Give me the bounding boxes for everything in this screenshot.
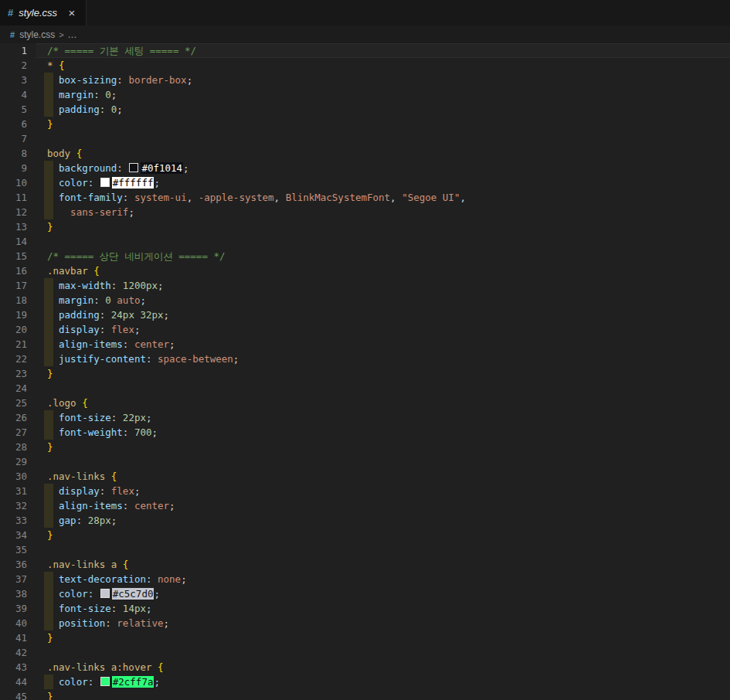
hex-color-value: #2cff7a <box>112 676 154 688</box>
code-token: space-between <box>158 353 233 365</box>
code-token: ; <box>169 338 175 350</box>
code-line[interactable]: 20 display: flex; <box>0 322 730 337</box>
code-line-content: /* ===== 기본 세팅 ===== */ <box>47 43 196 58</box>
code-token: } <box>47 632 53 644</box>
code-token: { <box>59 59 65 71</box>
line-number: 20 <box>0 322 27 337</box>
code-line[interactable]: 26 font-size: 22px; <box>0 410 730 425</box>
code-line[interactable]: 27 font-weight: 700; <box>0 425 730 440</box>
close-tab-icon[interactable]: × <box>66 7 78 19</box>
code-line[interactable]: 38 color: #c5c7d0; <box>0 586 730 601</box>
code-token: ; <box>134 324 141 335</box>
line-number: 29 <box>0 454 27 469</box>
code-line[interactable]: 45} <box>0 689 730 700</box>
code-line[interactable]: 11 font-family: system-ui, -apple-system… <box>0 190 730 205</box>
code-token <box>47 426 59 438</box>
code-token: align-items <box>59 338 123 350</box>
code-line[interactable]: 41} <box>0 630 730 645</box>
code-token: : <box>117 74 128 86</box>
code-line[interactable]: 23} <box>0 366 730 381</box>
code-line[interactable]: 14 <box>0 234 730 249</box>
color-swatch-icon[interactable] <box>100 589 110 598</box>
breadcrumb: # style.css > … <box>0 25 730 43</box>
code-token: ; <box>154 177 160 189</box>
code-line[interactable]: 36.nav-links a { <box>0 557 730 572</box>
line-number: 7 <box>0 131 27 146</box>
code-token: ; <box>169 500 175 511</box>
code-line[interactable]: 12 sans-serif; <box>0 205 730 219</box>
code-line[interactable]: 18 margin: 0 auto; <box>0 293 730 308</box>
code-token: : <box>105 617 117 629</box>
code-token: : <box>117 162 128 174</box>
code-line-content: justify-content: space-between; <box>47 352 239 366</box>
code-token <box>47 324 59 335</box>
code-line[interactable]: 32 align-items: center; <box>0 498 730 513</box>
code-line[interactable]: 16.navbar { <box>0 263 730 278</box>
color-swatch-icon[interactable] <box>100 677 110 686</box>
code-editor[interactable]: 1/* ===== 기본 세팅 ===== */2* {3 box-sizing… <box>0 43 730 700</box>
code-line[interactable]: 10 color: #ffffff; <box>0 175 730 190</box>
line-number: 32 <box>0 498 27 513</box>
code-token: ; <box>164 617 170 629</box>
code-line[interactable]: 2* { <box>0 58 730 73</box>
code-token: text-decoration <box>59 573 146 585</box>
line-number: 30 <box>0 469 27 484</box>
code-token: /* ===== 상단 네비게이션 ===== */ <box>47 250 226 262</box>
code-line[interactable]: 9 background: #0f1014; <box>0 161 730 175</box>
line-number: 28 <box>0 440 27 454</box>
code-line[interactable]: 19 padding: 24px 32px; <box>0 308 730 322</box>
code-token <box>105 661 111 673</box>
line-number: 14 <box>0 234 27 249</box>
code-line[interactable]: 31 display: flex; <box>0 484 730 498</box>
code-token: ; <box>152 426 158 438</box>
code-line[interactable]: 30.nav-links { <box>0 469 730 484</box>
code-line[interactable]: 28} <box>0 440 730 454</box>
code-line[interactable]: 6} <box>0 117 730 131</box>
code-token <box>47 588 59 600</box>
code-line[interactable]: 22 justify-content: space-between; <box>0 352 730 366</box>
code-line[interactable]: 7 <box>0 131 730 146</box>
code-line-content: .logo { <box>47 396 88 410</box>
code-line[interactable]: 42 <box>0 645 730 660</box>
code-line[interactable]: 34} <box>0 528 730 542</box>
code-line[interactable]: 40 position: relative; <box>0 616 730 630</box>
code-token <box>47 603 59 614</box>
code-line[interactable]: 5 padding: 0; <box>0 102 730 117</box>
code-line[interactable]: 25.logo { <box>0 396 730 410</box>
breadcrumb-symbol-ellipsis[interactable]: … <box>68 29 77 40</box>
code-token: margin <box>59 89 93 100</box>
code-line-content: background: #0f1014; <box>47 161 189 175</box>
code-line[interactable]: 39 font-size: 14px; <box>0 601 730 616</box>
code-line-content: align-items: center; <box>47 498 175 513</box>
line-number: 11 <box>0 190 27 205</box>
tab-bar: # style.css × <box>0 0 730 25</box>
code-line[interactable]: 24 <box>0 381 730 396</box>
vscode-editor-window: # style.css × # style.css > … 1/* ===== … <box>0 0 730 700</box>
color-swatch-icon[interactable] <box>129 163 138 172</box>
code-line[interactable]: 4 margin: 0; <box>0 87 730 102</box>
code-line[interactable]: 29 <box>0 454 730 469</box>
code-line[interactable]: 1/* ===== 기본 세팅 ===== */ <box>0 43 730 58</box>
code-line[interactable]: 3 box-sizing: border-box; <box>0 73 730 87</box>
code-line[interactable]: 37 text-decoration: none; <box>0 572 730 586</box>
color-swatch-icon[interactable] <box>100 178 110 187</box>
code-line[interactable]: 17 max-width: 1200px; <box>0 278 730 293</box>
code-line-content: font-weight: 700; <box>47 425 158 440</box>
line-number: 45 <box>0 689 27 700</box>
code-line-content: sans-serif; <box>47 205 134 219</box>
code-line-content: text-decoration: none; <box>47 572 187 586</box>
code-line[interactable]: 33 gap: 28px; <box>0 513 730 528</box>
breadcrumb-file[interactable]: style.css <box>19 29 55 40</box>
code-line[interactable]: 15/* ===== 상단 네비게이션 ===== */ <box>0 249 730 263</box>
code-line[interactable]: 8body { <box>0 146 730 161</box>
code-line-content: } <box>47 528 53 542</box>
tab-style-css[interactable]: # style.css × <box>0 0 87 25</box>
code-line[interactable]: 13} <box>0 219 730 234</box>
code-line-content: box-sizing: border-box; <box>47 73 192 87</box>
code-line[interactable]: 35 <box>0 542 730 557</box>
code-token: .nav-links <box>47 559 105 570</box>
code-line[interactable]: 44 color: #2cff7a; <box>0 675 730 689</box>
code-line[interactable]: 43.nav-links a:hover { <box>0 660 730 675</box>
code-line[interactable]: 21 align-items: center; <box>0 337 730 352</box>
code-token: ; <box>128 206 134 218</box>
